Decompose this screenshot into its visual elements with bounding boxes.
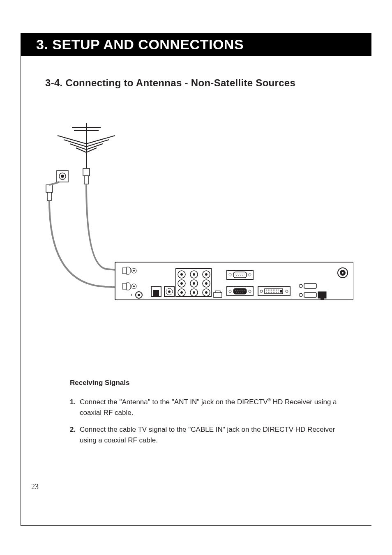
svg-point-59 xyxy=(235,274,236,274)
svg-point-80 xyxy=(242,292,243,292)
svg-rect-92 xyxy=(278,290,279,290)
svg-point-79 xyxy=(240,292,241,292)
svg-point-61 xyxy=(240,274,240,274)
svg-rect-23 xyxy=(122,283,127,289)
svg-point-22 xyxy=(133,270,135,272)
step-number: 2. xyxy=(70,424,80,445)
svg-point-76 xyxy=(244,290,244,291)
svg-rect-106 xyxy=(318,292,326,298)
svg-point-16 xyxy=(61,175,64,177)
svg-rect-107 xyxy=(321,298,324,300)
step-text: Connect the "Antenna" to the "ANT IN" ja… xyxy=(80,397,349,418)
svg-rect-89 xyxy=(273,290,274,290)
svg-point-56 xyxy=(229,274,231,276)
instruction-item: 2. Connect the cable TV signal to the "C… xyxy=(70,424,349,445)
svg-point-83 xyxy=(286,290,288,292)
svg-rect-99 xyxy=(276,292,277,292)
svg-point-66 xyxy=(240,275,241,276)
svg-point-57 xyxy=(249,274,251,276)
svg-point-33 xyxy=(168,290,171,293)
svg-rect-84 xyxy=(265,289,283,294)
svg-rect-30 xyxy=(153,290,159,296)
svg-point-69 xyxy=(229,290,231,292)
svg-rect-105 xyxy=(304,292,316,297)
svg-rect-54 xyxy=(215,291,220,292)
instruction-item: 1. Connect the "Antenna" to the "ANT IN"… xyxy=(70,397,349,418)
svg-rect-18 xyxy=(47,192,51,200)
svg-point-42 xyxy=(180,282,183,285)
svg-point-82 xyxy=(260,290,263,292)
svg-rect-96 xyxy=(271,292,272,292)
svg-point-64 xyxy=(236,275,237,276)
svg-point-110 xyxy=(342,272,344,274)
section-heading: 3-4. Connecting to Antennas - Non-Satell… xyxy=(45,77,295,89)
svg-rect-103 xyxy=(304,283,316,288)
step-text: Connect the cable TV signal to the "CABL… xyxy=(80,424,349,445)
svg-rect-12 xyxy=(83,168,90,176)
svg-rect-86 xyxy=(268,290,269,290)
svg-rect-88 xyxy=(271,290,272,290)
step-text-pre: Connect the cable TV signal to the "CABL… xyxy=(80,426,335,444)
svg-rect-100 xyxy=(278,292,279,292)
instruction-list: 1. Connect the "Antenna" to the "ANT IN"… xyxy=(70,397,349,452)
chapter-title-bar: 3. SETUP AND CONNECTIONS xyxy=(21,33,371,56)
svg-rect-71 xyxy=(233,288,247,294)
svg-point-25 xyxy=(133,286,135,287)
step-text-pre: Connect the "Antenna" to the "ANT IN" ja… xyxy=(80,398,268,406)
svg-rect-20 xyxy=(122,268,127,274)
svg-point-44 xyxy=(193,282,195,285)
svg-point-48 xyxy=(180,291,183,294)
svg-point-77 xyxy=(236,292,237,292)
svg-point-67 xyxy=(242,275,243,276)
svg-rect-13 xyxy=(84,176,88,184)
svg-rect-94 xyxy=(268,292,269,292)
svg-point-65 xyxy=(238,275,239,276)
svg-rect-97 xyxy=(273,292,274,292)
svg-point-102 xyxy=(299,284,302,288)
svg-rect-87 xyxy=(270,290,270,290)
svg-point-104 xyxy=(299,293,302,297)
chapter-title: 3. SETUP AND CONNECTIONS xyxy=(36,37,244,53)
svg-rect-17 xyxy=(46,185,53,192)
svg-point-74 xyxy=(240,290,240,291)
svg-point-73 xyxy=(238,290,238,291)
svg-rect-93 xyxy=(266,292,267,292)
svg-point-28 xyxy=(131,295,132,296)
svg-rect-53 xyxy=(214,292,222,297)
page-number: 23 xyxy=(31,483,39,491)
svg-point-38 xyxy=(193,273,195,276)
svg-point-40 xyxy=(205,273,208,276)
svg-rect-98 xyxy=(274,292,275,292)
svg-rect-85 xyxy=(266,290,267,290)
svg-point-36 xyxy=(180,273,183,276)
connection-diagram xyxy=(33,123,353,325)
svg-point-75 xyxy=(242,290,242,291)
step-number: 1. xyxy=(70,397,80,418)
svg-point-52 xyxy=(205,291,208,294)
svg-rect-101 xyxy=(280,290,282,292)
svg-point-63 xyxy=(244,274,244,274)
svg-point-60 xyxy=(238,274,238,274)
receiving-signals-heading: Receiving Signals xyxy=(70,379,130,387)
svg-point-46 xyxy=(205,282,208,285)
registered-mark: ® xyxy=(268,398,271,402)
svg-rect-58 xyxy=(233,272,247,278)
svg-rect-95 xyxy=(270,292,270,292)
svg-point-78 xyxy=(238,292,239,292)
svg-point-70 xyxy=(249,290,251,292)
svg-point-27 xyxy=(138,294,140,296)
svg-rect-90 xyxy=(274,290,275,290)
svg-rect-91 xyxy=(276,290,277,290)
svg-point-72 xyxy=(235,290,236,291)
svg-point-50 xyxy=(193,291,195,294)
diagram-svg xyxy=(33,123,353,325)
svg-point-62 xyxy=(242,274,242,274)
